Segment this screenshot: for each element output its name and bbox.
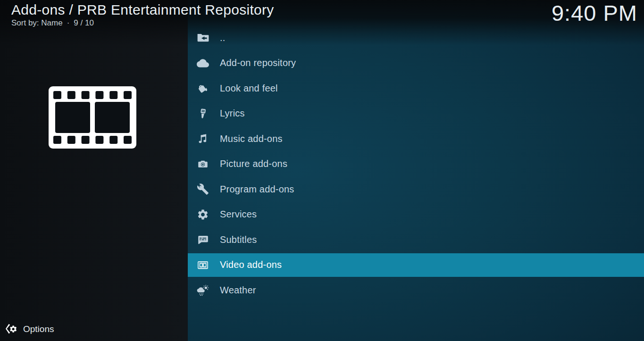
list-item-label: Program add-ons	[220, 184, 294, 195]
list-item-label: Lyrics	[220, 108, 245, 119]
list-item-program-addons[interactable]: Program add-ons	[188, 177, 644, 201]
folder-back-icon	[197, 32, 209, 44]
list-item-label: Video add-ons	[220, 259, 282, 270]
gear-icon	[197, 208, 209, 221]
subtitles-icon	[197, 233, 209, 246]
kodi-screen: Add-ons / PRB Entertainment Repository S…	[0, 0, 644, 341]
music-note-icon	[197, 133, 209, 145]
options-icon	[5, 323, 17, 335]
filmstrip-poster-icon	[49, 86, 136, 149]
list-item-up[interactable]: ..	[188, 26, 644, 50]
item-position: 9 / 10	[74, 18, 94, 28]
microphone-icon	[197, 108, 209, 120]
list-item-label: Subtitles	[220, 234, 257, 245]
list-item-label: Look and feel	[220, 83, 278, 94]
list-item-music-addons[interactable]: Music add-ons	[188, 127, 644, 150]
list-item-label: Music add-ons	[220, 133, 283, 144]
list-item-picture-addons[interactable]: Picture add-ons	[188, 152, 644, 176]
list-item-video-addons[interactable]: Video add-ons	[188, 253, 644, 277]
paint-bucket-icon	[197, 82, 209, 94]
camera-icon	[197, 158, 209, 170]
separator-dot: ·	[67, 18, 70, 28]
list-item-weather[interactable]: Weather	[188, 278, 644, 302]
list-item-look-and-feel[interactable]: Look and feel	[188, 76, 644, 100]
list-item-label: Add-on repository	[220, 58, 296, 68]
sort-status: Sort by: Name · 9 / 10	[11, 18, 94, 28]
weather-cloud-sun-icon	[197, 284, 209, 296]
list-item-addon-repository[interactable]: Add-on repository	[188, 51, 644, 75]
wrench-screwdriver-icon	[197, 183, 209, 195]
list-item-label: Picture add-ons	[220, 158, 287, 169]
filmstrip-icon	[197, 259, 209, 271]
list-item-label: Services	[220, 209, 257, 220]
addon-category-list: .. Add-on repository Look and feel	[188, 26, 644, 304]
list-item-subtitles[interactable]: Subtitles	[188, 228, 644, 251]
left-panel	[0, 0, 188, 341]
options-button[interactable]: Options	[5, 323, 54, 335]
list-item-label: Weather	[220, 285, 256, 296]
sort-by-label: Sort by: Name	[11, 18, 63, 28]
clock: 9:40 PM	[552, 0, 637, 26]
options-button-label: Options	[23, 324, 54, 334]
list-item-lyrics[interactable]: Lyrics	[188, 102, 644, 125]
list-item-services[interactable]: Services	[188, 203, 644, 226]
list-item-label: ..	[220, 33, 226, 43]
cloud-icon	[197, 57, 209, 69]
page-title: Add-ons / PRB Entertainment Repository	[11, 2, 274, 18]
